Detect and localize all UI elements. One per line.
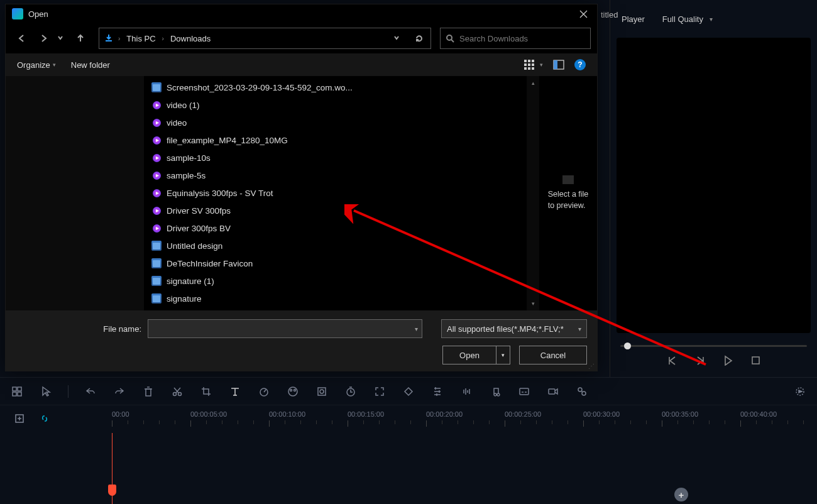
forward-button[interactable] [35, 29, 53, 48]
file-item[interactable]: sample-10s [144, 149, 527, 167]
audio-icon[interactable] [459, 385, 473, 398]
svg-rect-23 [528, 60, 530, 62]
search-input[interactable]: Search Downloads [440, 28, 591, 49]
refresh-button[interactable] [410, 29, 428, 48]
open-button[interactable]: Open [442, 346, 496, 364]
image-file-icon [151, 258, 162, 268]
playhead[interactable] [112, 433, 112, 504]
image-file-icon [151, 82, 162, 92]
music-icon[interactable] [488, 385, 502, 398]
svg-rect-22 [524, 60, 527, 62]
ruler-tick: 00:00:20:00 [426, 410, 463, 418]
timeline-area: 00:0000:00:05:0000:00:10:0000:00:15:0000… [0, 377, 817, 504]
filetype-select[interactable]: All supported files(*.MP4;*.FLV;* ▾ [441, 319, 587, 338]
player-label: Player [622, 14, 645, 24]
mask-icon[interactable] [315, 385, 329, 398]
recent-dropdown[interactable] [57, 29, 67, 48]
scroll-down-icon[interactable]: ▾ [527, 298, 539, 309]
layout-icon[interactable] [10, 385, 24, 398]
expand-icon[interactable] [373, 385, 387, 398]
scrollbar[interactable]: ▴ ▾ [527, 76, 539, 310]
breadcrumb-folder[interactable]: Downloads [167, 31, 214, 46]
cancel-button[interactable]: Cancel [519, 346, 587, 364]
organize-menu[interactable]: Organize ▾ [17, 60, 56, 70]
prev-frame-icon[interactable] [667, 354, 678, 366]
file-item[interactable]: DeTechInsider Favicon [144, 255, 527, 272]
file-name: Driver 300fps BV [167, 224, 231, 233]
speed-icon[interactable] [257, 385, 271, 398]
file-name: file_example_MP4_1280_10MG [167, 136, 288, 145]
new-folder-button[interactable]: New folder [71, 60, 110, 70]
quality-dropdown[interactable]: Full Quality ▾ [655, 12, 718, 26]
crop-icon[interactable] [199, 385, 213, 398]
image-file-icon [151, 293, 162, 304]
preview-pane-toggle[interactable] [553, 59, 564, 70]
play-icon[interactable] [722, 354, 733, 366]
file-item[interactable]: video (1) [144, 96, 527, 114]
record-icon[interactable] [546, 385, 560, 398]
address-dropdown[interactable] [389, 29, 407, 48]
add-clip-button[interactable]: + [674, 488, 688, 501]
svg-rect-30 [532, 67, 534, 70]
delete-icon[interactable] [141, 385, 155, 398]
cut-icon[interactable] [170, 385, 184, 398]
render-icon[interactable] [793, 385, 807, 398]
video-file-icon [151, 223, 162, 233]
stop-icon[interactable] [750, 354, 761, 366]
file-name: video (1) [167, 101, 200, 110]
app-icon [12, 8, 23, 19]
help-icon[interactable]: ? [574, 59, 586, 70]
file-item[interactable]: Equinalysis 300fps - SV Trot [144, 184, 527, 202]
file-name: signature [167, 294, 202, 304]
close-button[interactable] [576, 6, 591, 21]
file-item[interactable]: Driver SV 300fps [144, 202, 527, 219]
effects-icon[interactable] [575, 385, 589, 398]
view-mode-button[interactable]: ▾ [524, 59, 543, 70]
file-item[interactable]: Driver 300fps BV [144, 219, 527, 237]
file-item[interactable]: sample-5s [144, 167, 527, 184]
keyframe-icon[interactable] [402, 385, 415, 398]
back-button[interactable] [12, 29, 31, 48]
folder-tree[interactable] [6, 76, 144, 310]
file-item[interactable]: file_example_MP4_1280_10MG [144, 131, 527, 149]
add-track-icon[interactable] [14, 413, 26, 425]
file-list: Screenshot_2023-03-29-09-13-45-592_com.w… [144, 76, 527, 310]
redo-icon[interactable] [112, 385, 126, 398]
timeline-ruler[interactable]: 00:0000:00:05:0000:00:10:0000:00:15:0000… [107, 405, 817, 433]
filename-input[interactable]: ▾ [148, 319, 422, 338]
color-icon[interactable] [286, 385, 300, 398]
download-folder-icon [102, 31, 116, 45]
svg-rect-15 [520, 388, 529, 395]
adjust-icon[interactable] [430, 385, 444, 398]
file-item[interactable]: video [144, 114, 527, 131]
file-name: sample-10s [167, 153, 211, 163]
image-file-icon [151, 276, 162, 286]
breadcrumb-root[interactable]: This PC [123, 31, 159, 46]
svg-point-11 [294, 389, 296, 391]
file-item[interactable]: Untitled design [144, 237, 527, 255]
progress-handle[interactable] [624, 342, 631, 349]
file-item[interactable]: signature (1) [144, 272, 527, 290]
chevron-down-icon: ▾ [710, 16, 713, 23]
chevron-right-icon: › [162, 35, 164, 42]
video-file-icon [151, 135, 162, 145]
timer-icon[interactable] [344, 385, 358, 398]
text-icon[interactable] [228, 385, 242, 398]
subtitle-icon[interactable] [517, 385, 531, 398]
open-dropdown[interactable]: ▾ [496, 346, 510, 364]
file-item[interactable]: signature [144, 290, 527, 307]
chevron-down-icon[interactable]: ▾ [415, 326, 418, 332]
link-icon[interactable] [39, 413, 52, 425]
progress-track[interactable] [620, 345, 807, 347]
file-item[interactable]: Screenshot_2023-03-29-09-13-45-592_com.w… [144, 79, 527, 96]
cursor-icon[interactable] [39, 385, 53, 398]
scroll-up-icon[interactable]: ▴ [527, 77, 539, 89]
next-frame-icon[interactable] [694, 354, 706, 366]
address-bar[interactable]: › This PC › Downloads [99, 28, 431, 49]
timeline-tracks[interactable]: + [0, 433, 817, 504]
undo-icon[interactable] [84, 385, 97, 398]
resize-grip-icon[interactable]: ⋰ [588, 363, 595, 370]
svg-point-10 [290, 389, 292, 391]
ruler-tick: 00:00:25:00 [505, 410, 541, 418]
up-button[interactable] [71, 29, 90, 48]
